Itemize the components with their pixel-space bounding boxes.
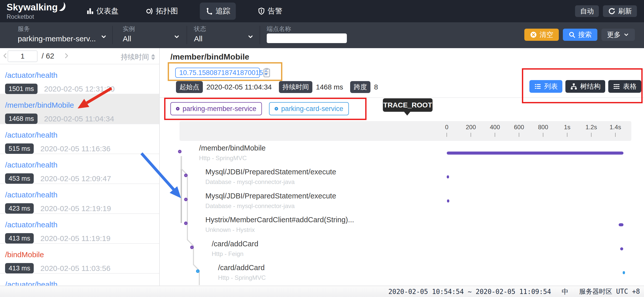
- span-name[interactable]: /card/addCard: [218, 264, 265, 272]
- trace-item-meta: 515 ms2020-02-05 11:16:36: [5, 143, 159, 154]
- sort-carets-icon: [151, 54, 155, 60]
- filter-label: 实例: [123, 25, 184, 33]
- page-number-input[interactable]: [8, 50, 38, 62]
- trace-detail-panel: /member/bindMobile 10.75.158087187418700…: [160, 48, 644, 286]
- duration-badge: 1501 ms: [5, 84, 38, 94]
- trace-list-item[interactable]: /member/bindMobile1468 ms2020-02-05 11:0…: [0, 94, 159, 124]
- duration-badge: 453 ms: [5, 173, 34, 184]
- refresh-button[interactable]: 刷新: [603, 5, 637, 17]
- clear-button[interactable]: 清空: [524, 29, 559, 41]
- span-name[interactable]: /card/addCard: [212, 240, 258, 248]
- duration-sort-control[interactable]: 持续时间: [121, 52, 155, 62]
- trace-endpoint-link[interactable]: /actuator/health: [5, 161, 159, 169]
- auto-refresh-button[interactable]: 自动: [575, 5, 599, 17]
- brand-logo[interactable]: Skywalking Rocketbot: [7, 2, 66, 20]
- span-name[interactable]: Mysql/JDBI/PreparedStatement/execute: [205, 192, 336, 200]
- trace-list-item[interactable]: /actuator/health413 ms2020-02-05 11:19:1…: [0, 214, 159, 244]
- dashboard-icon: [86, 7, 94, 15]
- duration-badge: 423 ms: [5, 203, 34, 214]
- service-filter-dropdown[interactable]: 服务parking-member-serv...: [18, 25, 112, 43]
- trace-endpoint-link[interactable]: /actuator/health: [5, 191, 159, 199]
- span-tree-node[interactable]: [184, 221, 188, 225]
- trace-list-item[interactable]: /actuator/health: [0, 274, 159, 286]
- span-tree-node[interactable]: [178, 150, 182, 153]
- trace-timestamp: 2020-02-05 11:19:19: [40, 234, 110, 243]
- trace-list-item[interactable]: /actuator/health1501 ms2020-02-05 12:31:…: [0, 64, 159, 94]
- filter-bar: 服务parking-member-serv...实例All状态All 端点名称 …: [0, 22, 644, 48]
- endpoint-input[interactable]: [267, 33, 347, 43]
- trace-endpoint-link[interactable]: /actuator/health: [5, 280, 159, 286]
- clear-icon: [530, 31, 537, 38]
- trace-endpoint-link[interactable]: /actuator/health: [5, 220, 159, 229]
- span-tree-node[interactable]: [196, 269, 200, 273]
- nav-item-trace[interactable]: 追踪: [200, 3, 236, 20]
- search-button[interactable]: 搜索: [563, 29, 597, 41]
- filter-actions: 清空 搜索 更多: [524, 29, 635, 41]
- status-filter-dropdown[interactable]: 状态All: [194, 25, 257, 43]
- trace-list-item[interactable]: /actuator/health515 ms2020-02-05 11:16:3…: [0, 124, 159, 154]
- clear-label: 清空: [540, 30, 553, 39]
- span-tree-node[interactable]: [190, 246, 194, 249]
- trace-item-meta: 413 ms2020-02-05 11:19:19: [5, 233, 159, 244]
- span-layer-component: Http - SpringMVC: [218, 274, 266, 281]
- trace-timestamp: 2020-02-05 12:09:47: [40, 174, 111, 183]
- trace-item-meta: 1468 ms2020-02-05 11:04:34: [5, 114, 159, 124]
- next-page-button[interactable]: [63, 52, 70, 59]
- span-duration-bar[interactable]: [447, 175, 449, 178]
- span-name[interactable]: Hystrix/MemberCardClient#addCard(String)…: [205, 216, 354, 224]
- span-layer-component: Database - mysql-connector-java: [205, 178, 295, 185]
- brand-name: Skywalking: [7, 2, 58, 13]
- trace-timestamp: 2020-02-05 11:03:56: [40, 264, 110, 273]
- filter-label: 服务: [18, 25, 112, 33]
- search-label: 搜索: [578, 30, 592, 39]
- nav-item-dashboard[interactable]: 仪表盘: [81, 3, 124, 20]
- trace-list-item[interactable]: /bindMobile413 ms2020-02-05 11:03:56: [0, 244, 159, 274]
- trace-timestamp: 2020-02-05 12:31:20: [44, 85, 115, 93]
- trace-timestamp: 2020-02-05 12:19:19: [40, 204, 111, 213]
- time-range-text: 2020-02-05 10:54:54 ~ 2020-02-05 11:09:5…: [388, 288, 551, 295]
- brand-subtitle: Rocketbot: [7, 13, 66, 20]
- trace-list-item[interactable]: /actuator/health453 ms2020-02-05 12:09:4…: [0, 154, 159, 184]
- span-layer-component: Http - SpringMVC: [199, 155, 247, 162]
- trace-list-item[interactable]: /actuator/health423 ms2020-02-05 12:19:1…: [0, 184, 159, 214]
- filter-label: 状态: [194, 25, 257, 33]
- trace-timestamp: 2020-02-05 11:04:34: [44, 115, 114, 123]
- page-total: / 62: [42, 52, 54, 60]
- instance-filter-dropdown[interactable]: 实例All: [123, 25, 184, 43]
- more-button[interactable]: 更多: [601, 29, 635, 41]
- trace-item-meta: 1501 ms2020-02-05 12:31:20: [5, 84, 159, 94]
- endpoint-label: 端点名称: [267, 25, 348, 33]
- duration-badge: 413 ms: [5, 233, 34, 244]
- nav-item-alarm[interactable]: 告警: [252, 3, 288, 20]
- span-duration-bar[interactable]: [447, 152, 623, 155]
- chevron-down-icon: [100, 33, 107, 40]
- duration-sort-label: 持续时间: [121, 52, 149, 62]
- span-duration-bar[interactable]: [623, 271, 625, 274]
- span-name[interactable]: Mysql/JDBI/PreparedStatement/execute: [205, 168, 336, 176]
- skywalking-trace-page: Skywalking Rocketbot 仪表盘拓扑图追踪告警 自动刷新 服务p…: [0, 0, 644, 297]
- search-icon: [568, 31, 576, 38]
- filter-divider: [112, 26, 113, 44]
- trace-list-panel: / 62 持续时间 /actuator/health1501 ms2020-02…: [0, 48, 160, 286]
- trace-endpoint-link[interactable]: /actuator/health: [5, 71, 159, 80]
- span-duration-bar[interactable]: [619, 223, 623, 226]
- trace-timestamp: 2020-02-05 11:16:36: [40, 144, 110, 153]
- trace-endpoint-link[interactable]: /member/bindMobile: [5, 101, 159, 109]
- span-name[interactable]: /member/bindMobile: [199, 144, 266, 152]
- alarm-icon: [258, 7, 265, 15]
- span-tree-node[interactable]: [184, 174, 188, 177]
- filter-value: parking-member-serv...: [18, 34, 112, 43]
- filter-divider: [260, 26, 260, 44]
- trace-endpoint-link[interactable]: /actuator/health: [5, 131, 159, 139]
- refresh-icon: [608, 7, 616, 15]
- span-duration-bar[interactable]: [447, 199, 449, 202]
- nav-action-label: 刷新: [618, 7, 632, 16]
- span-tree-connectors: [160, 48, 644, 286]
- trace-icon: [205, 7, 213, 15]
- trace-item-meta: 413 ms2020-02-05 11:03:56: [5, 263, 159, 273]
- trace-endpoint-link[interactable]: /bindMobile: [5, 250, 159, 259]
- language-toggle[interactable]: 中: [562, 287, 568, 296]
- nav-item-topology[interactable]: 拓扑图: [140, 3, 184, 20]
- span-tree-node[interactable]: [184, 198, 188, 201]
- chevron-down-icon: [247, 33, 254, 40]
